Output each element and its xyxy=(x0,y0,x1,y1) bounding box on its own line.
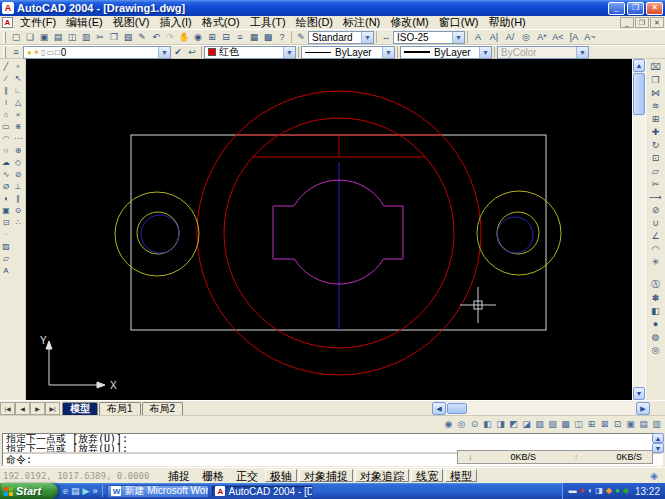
scale-text-icon[interactable]: A< xyxy=(550,31,566,44)
scroll-left-icon[interactable]: ◀ xyxy=(432,402,446,415)
color-faces-icon[interactable]: ◫ xyxy=(572,417,585,431)
menu-edit[interactable]: 编辑(E) xyxy=(61,16,108,29)
undo-icon[interactable]: ↶ xyxy=(149,31,163,44)
task-autocad[interactable]: A AutoCAD 2004 - [Dra... xyxy=(211,485,313,498)
check-icon[interactable]: ▥ xyxy=(650,417,663,431)
tab-model[interactable]: 模型 xyxy=(62,402,98,415)
chevron-down-icon[interactable]: ▼ xyxy=(382,47,394,58)
tool-palettes-icon[interactable]: ▩ xyxy=(261,31,275,44)
help-icon[interactable]: ? xyxy=(275,31,289,44)
toggle-osnap[interactable]: 对象捕捉 xyxy=(299,469,353,482)
snap-quadrant-icon[interactable]: ◇ xyxy=(13,156,24,168)
communication-center-icon[interactable]: ◈ xyxy=(646,470,662,481)
menu-draw[interactable]: 绘图(D) xyxy=(291,16,338,29)
scroll-right-icon[interactable]: ▶ xyxy=(636,402,650,415)
ellipse-icon[interactable]: Ø xyxy=(1,180,12,192)
revcloud-icon[interactable]: ☁ xyxy=(1,156,12,168)
text-tool-icon[interactable]: Ⓐ xyxy=(648,278,664,291)
ie-quicklaunch-icon[interactable]: e xyxy=(63,485,68,497)
find-replace-icon[interactable]: ◎ xyxy=(518,31,534,44)
properties-icon[interactable]: ≡ xyxy=(233,31,247,44)
trim-icon[interactable]: ✂ xyxy=(648,177,664,190)
paste-icon[interactable]: ▧ xyxy=(121,31,135,44)
text-style-icon[interactable]: A* xyxy=(534,31,550,44)
snap-intersection-icon[interactable]: × xyxy=(13,108,24,120)
justify-text-icon[interactable]: [A xyxy=(566,31,582,44)
pan-realtime-icon[interactable]: ✋ xyxy=(177,31,191,44)
single-line-text-icon[interactable]: A| xyxy=(486,31,502,44)
region-tool-icon[interactable]: ✽ xyxy=(648,291,664,304)
make-object-layer-current-icon[interactable]: ✔ xyxy=(171,46,185,59)
snap-center-icon[interactable]: ⊕ xyxy=(13,144,24,156)
text-style-manager-icon[interactable]: ✎ xyxy=(294,31,308,44)
scroll-up-icon[interactable]: ▲ xyxy=(652,433,664,443)
break-icon[interactable]: ∪ xyxy=(648,216,664,229)
tab-nav-prev[interactable]: ◀ xyxy=(15,402,30,415)
fillet-icon[interactable]: ◠ xyxy=(648,242,664,255)
clean-icon[interactable]: ▣ xyxy=(624,417,637,431)
snap-midpoint-icon[interactable]: △ xyxy=(13,96,24,108)
3d-cylinder-icon[interactable]: ◍ xyxy=(648,330,664,343)
tray-dash-icon[interactable]: ▬ xyxy=(569,486,577,496)
region-icon[interactable]: ▱ xyxy=(1,252,12,264)
match-properties-icon[interactable]: ✎ xyxy=(135,31,149,44)
menu-format[interactable]: 格式(O) xyxy=(197,16,245,29)
rotate-faces-icon[interactable]: ▧ xyxy=(533,417,546,431)
scroll-down-icon[interactable]: ▼ xyxy=(633,387,645,400)
tray-volume-icon[interactable]: ◖ xyxy=(587,486,592,496)
explode-icon[interactable]: ✳ xyxy=(648,255,664,268)
snap-extension-icon[interactable]: ⋯ xyxy=(13,132,24,144)
media-player-icon[interactable]: ▶ xyxy=(83,485,90,497)
color-combo[interactable]: 红色 ▼ xyxy=(204,46,296,59)
drawing-horizontal-scrollbar[interactable]: ◀ ▶ xyxy=(432,402,650,415)
menu-insert[interactable]: 插入(I) xyxy=(154,16,196,29)
spline-icon[interactable]: ∿ xyxy=(1,168,12,180)
tray-ime-icon[interactable]: ◨ xyxy=(595,486,603,496)
menu-modify[interactable]: 修改(M) xyxy=(385,16,434,29)
offset-faces-icon[interactable]: ◩ xyxy=(507,417,520,431)
toggle-model[interactable]: 模型 xyxy=(445,469,477,482)
tab-nav-first[interactable]: |◀ xyxy=(0,402,15,415)
tab-nav-next[interactable]: ▶ xyxy=(30,402,45,415)
temporary-track-point-icon[interactable]: ∘ xyxy=(13,60,24,72)
drawing-vertical-scrollbar[interactable]: ▲ ▼ xyxy=(632,59,645,400)
move-faces-icon[interactable]: ◨ xyxy=(494,417,507,431)
child-close-button[interactable]: ✕ xyxy=(650,17,664,28)
toggle-lwt[interactable]: 线宽 xyxy=(411,469,443,482)
zoom-realtime-icon[interactable]: ◉ xyxy=(191,31,205,44)
menu-window[interactable]: 窗口(W) xyxy=(434,16,484,29)
3d-torus-icon[interactable]: ◎ xyxy=(648,343,664,356)
scroll-down-icon[interactable]: ▼ xyxy=(652,443,664,453)
array-icon[interactable]: ⊞ xyxy=(648,112,664,125)
plot-preview-icon[interactable]: ◫ xyxy=(65,31,79,44)
tab-layout2[interactable]: 布局2 xyxy=(142,402,184,415)
toggle-polar[interactable]: 极轴 xyxy=(265,469,297,482)
coordinate-display[interactable]: 192.0192, 1017.6389, 0.0000 xyxy=(3,471,161,481)
imprint-icon[interactable]: ⊡ xyxy=(611,417,624,431)
snap-endpoint-icon[interactable]: ∟ xyxy=(13,84,24,96)
layer-manager-icon[interactable]: ≡ xyxy=(9,46,23,59)
offset-icon[interactable]: ≋ xyxy=(648,99,664,112)
circle-icon[interactable]: ○ xyxy=(1,144,12,156)
dim-style-combo[interactable]: ISO-25 ▼ xyxy=(393,31,465,44)
vertical-scroll-thumb[interactable] xyxy=(633,73,645,115)
edit-text-icon[interactable]: A/ xyxy=(502,31,518,44)
toolbar-grip[interactable] xyxy=(3,32,6,43)
lineweight-combo[interactable]: ByLayer ▼ xyxy=(400,46,492,59)
shell-icon[interactable]: ▤ xyxy=(637,417,650,431)
erase-icon[interactable]: ⌧ xyxy=(648,60,664,73)
drawing-file-icon[interactable]: A xyxy=(2,17,13,28)
scale-icon[interactable]: ⊡ xyxy=(648,151,664,164)
restore-button[interactable]: ❐ xyxy=(627,2,644,15)
drawing-canvas[interactable]: YX xyxy=(25,59,632,400)
save-icon[interactable]: ▣ xyxy=(37,31,51,44)
toggle-ortho[interactable]: 正交 xyxy=(231,469,263,482)
task-word[interactable]: W 新建 Microsoft Word ... xyxy=(107,485,209,498)
rotate-icon[interactable]: ↻ xyxy=(648,138,664,151)
menu-view[interactable]: 视图(V) xyxy=(108,16,155,29)
start-button[interactable]: Start xyxy=(0,483,58,499)
tray-red-status-icon[interactable]: ● xyxy=(580,486,585,496)
mtext-draw-icon[interactable]: A xyxy=(1,264,12,276)
text-style-combo[interactable]: Standard ▼ xyxy=(308,31,374,44)
chevron-down-icon[interactable]: ▼ xyxy=(158,47,170,58)
